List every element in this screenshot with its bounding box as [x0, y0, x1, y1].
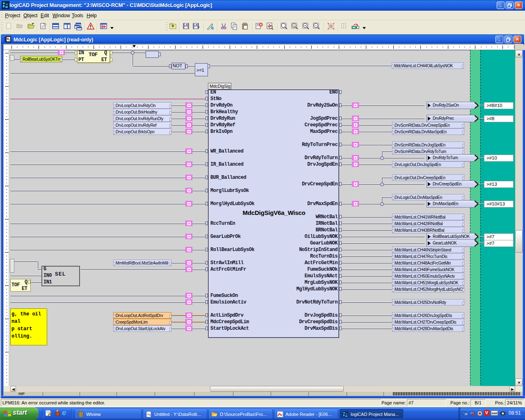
svg-text:+: +: [304, 24, 306, 27]
svg-text:$: $: [293, 24, 295, 27]
svg-text:−: −: [315, 24, 317, 27]
